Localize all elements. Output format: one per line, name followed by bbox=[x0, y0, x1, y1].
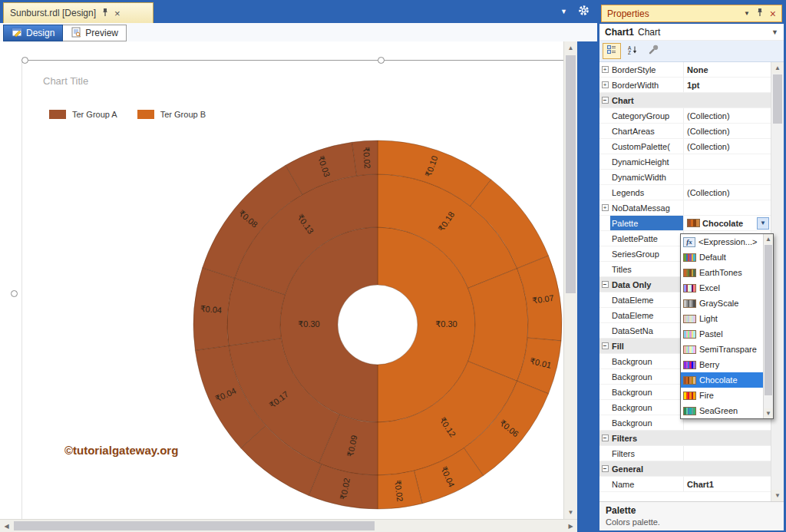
wrench-icon bbox=[648, 45, 659, 58]
property-name: Chart bbox=[610, 93, 771, 107]
scroll-down-icon[interactable]: ▼ bbox=[564, 506, 577, 519]
tab-preview[interactable]: Preview bbox=[63, 25, 127, 41]
property-category-row[interactable]: −Chart bbox=[599, 93, 771, 108]
property-row[interactable]: CustomPalette((Collection) bbox=[599, 139, 771, 154]
property-row[interactable]: PaletteChocolate▼ bbox=[599, 216, 771, 231]
dropdown-scrollbar[interactable]: ▲ ▼ bbox=[763, 234, 773, 418]
sunburst-chart[interactable]: ₹0.30₹0.30₹0.18₹0.12₹0.09₹0.17₹0.13₹0.10… bbox=[186, 133, 563, 517]
property-row[interactable]: +BorderStyleNone bbox=[599, 62, 771, 78]
property-value[interactable]: (Collection) bbox=[684, 108, 771, 123]
tab-list-dropdown-icon[interactable]: ▼ bbox=[560, 8, 567, 15]
scrollbar-thumb[interactable] bbox=[14, 521, 375, 530]
property-value[interactable] bbox=[684, 154, 771, 169]
palette-option[interactable]: GrayScale bbox=[681, 296, 763, 311]
chart-title[interactable]: Chart Title bbox=[43, 75, 88, 87]
scroll-up-icon[interactable]: ▲ bbox=[764, 234, 773, 244]
property-value[interactable]: 1pt bbox=[684, 78, 771, 92]
expander-cell bbox=[599, 308, 610, 322]
property-row[interactable]: Legends(Collection) bbox=[599, 185, 771, 200]
property-row[interactable]: CategoryGroup(Collection) bbox=[599, 108, 771, 124]
scrollbar-thumb[interactable] bbox=[773, 74, 782, 124]
property-value[interactable]: Chart1 bbox=[684, 477, 771, 491]
sunburst-segment[interactable] bbox=[468, 269, 528, 382]
open-palette-dropdown-button[interactable]: ▼ bbox=[757, 217, 769, 230]
palette-option[interactable]: SemiTranspare bbox=[681, 342, 763, 357]
selection-handle-top-left[interactable] bbox=[21, 57, 28, 64]
design-horizontal-scrollbar[interactable]: ◀ ▶ bbox=[0, 519, 577, 532]
property-name: Backgroun bbox=[610, 354, 684, 368]
scroll-down-icon[interactable]: ▼ bbox=[764, 408, 773, 418]
scroll-left-icon[interactable]: ◀ bbox=[0, 520, 13, 532]
palette-option[interactable]: Chocolate bbox=[681, 372, 763, 388]
scroll-down-icon[interactable]: ▼ bbox=[771, 490, 784, 501]
property-value-text: (Collection) bbox=[687, 188, 730, 197]
properties-header[interactable]: Properties ▼ × bbox=[601, 5, 782, 22]
document-tab[interactable]: Sunburst.rdl [Design] × bbox=[3, 2, 154, 23]
scroll-up-icon[interactable]: ▲ bbox=[564, 41, 577, 55]
expand-icon[interactable]: + bbox=[602, 204, 609, 211]
close-icon[interactable]: × bbox=[770, 10, 776, 18]
scrollbar-thumb[interactable] bbox=[765, 245, 772, 395]
collapse-icon[interactable]: − bbox=[602, 281, 609, 288]
window-position-icon[interactable]: ▼ bbox=[744, 10, 750, 17]
property-description-title: Palette bbox=[606, 505, 778, 516]
palette-option[interactable]: SeaGreen bbox=[681, 403, 763, 418]
palette-option[interactable]: Pastel bbox=[681, 326, 763, 342]
property-row[interactable]: +NoDataMessag bbox=[599, 200, 771, 216]
expander-cell: − bbox=[599, 431, 610, 445]
property-category-row[interactable]: −Filters bbox=[599, 431, 771, 446]
property-value[interactable] bbox=[684, 446, 771, 461]
property-value[interactable]: (Collection) bbox=[684, 139, 771, 154]
alphabetical-button[interactable]: AZ bbox=[623, 43, 642, 59]
property-row[interactable]: DynamicHeight bbox=[599, 154, 771, 170]
palette-option[interactable]: Fire bbox=[681, 388, 763, 403]
property-row[interactable]: ChartAreas(Collection) bbox=[599, 124, 771, 139]
selection-handle-middle-left[interactable] bbox=[11, 290, 18, 297]
expression-fx-icon[interactable]: fx bbox=[683, 237, 695, 247]
property-category-row[interactable]: −General bbox=[599, 461, 771, 477]
collapse-icon[interactable]: − bbox=[602, 435, 609, 441]
palette-option[interactable]: Default bbox=[681, 249, 763, 265]
property-value[interactable]: None bbox=[684, 62, 771, 77]
collapse-icon[interactable]: − bbox=[602, 342, 609, 349]
property-row[interactable]: +BorderWidth1pt bbox=[599, 78, 771, 93]
design-surface[interactable]: Chart Title Ter Group ATer Group B ₹0.30… bbox=[0, 41, 563, 519]
sunburst-segment-label: ₹0.30 bbox=[435, 319, 457, 329]
legend-label: Ter Group A bbox=[72, 110, 117, 119]
property-value[interactable] bbox=[684, 200, 771, 215]
expand-icon[interactable]: + bbox=[602, 66, 609, 73]
palette-option[interactable]: EarthTones bbox=[681, 265, 763, 280]
property-row[interactable]: DynamicWidth bbox=[599, 170, 771, 185]
palette-option[interactable]: Berry bbox=[681, 357, 763, 372]
property-value[interactable]: Chocolate▼ bbox=[684, 216, 771, 230]
property-pages-button[interactable] bbox=[644, 43, 662, 59]
gear-icon[interactable] bbox=[578, 5, 590, 18]
palette-option[interactable]: Light bbox=[681, 311, 763, 326]
expander-cell bbox=[599, 354, 610, 368]
palette-option[interactable]: Excel bbox=[681, 280, 763, 296]
close-tab-icon[interactable]: × bbox=[114, 8, 121, 19]
palette-option[interactable]: fx<Expression...> bbox=[681, 234, 763, 249]
collapse-icon[interactable]: − bbox=[602, 465, 609, 472]
design-vertical-scrollbar[interactable]: ▲ ▼ bbox=[563, 41, 577, 519]
collapse-icon[interactable]: − bbox=[602, 97, 609, 104]
property-value[interactable] bbox=[684, 170, 771, 184]
property-row[interactable]: Filters bbox=[599, 446, 771, 461]
selection-handle-top-center[interactable] bbox=[378, 57, 385, 64]
property-value[interactable]: (Collection) bbox=[684, 185, 771, 200]
expand-icon[interactable]: + bbox=[602, 81, 609, 88]
property-row[interactable]: NameChart1 bbox=[599, 477, 771, 492]
scrollbar-thumb[interactable] bbox=[566, 55, 576, 293]
scroll-up-icon[interactable]: ▲ bbox=[771, 62, 784, 74]
property-value[interactable]: (Collection) bbox=[684, 124, 771, 138]
scroll-right-icon[interactable]: ▶ bbox=[564, 520, 577, 532]
pin-icon[interactable] bbox=[101, 8, 109, 19]
categorized-button[interactable] bbox=[603, 43, 621, 59]
chevron-down-icon[interactable]: ▼ bbox=[771, 28, 778, 36]
property-name: Backgroun bbox=[610, 400, 684, 415]
object-selector[interactable]: Chart1 Chart ▼ bbox=[599, 24, 784, 41]
pin-icon[interactable] bbox=[756, 8, 764, 19]
properties-title: Properties bbox=[607, 8, 649, 19]
property-name: BorderWidth bbox=[610, 78, 684, 92]
tab-design[interactable]: Design bbox=[3, 25, 63, 41]
